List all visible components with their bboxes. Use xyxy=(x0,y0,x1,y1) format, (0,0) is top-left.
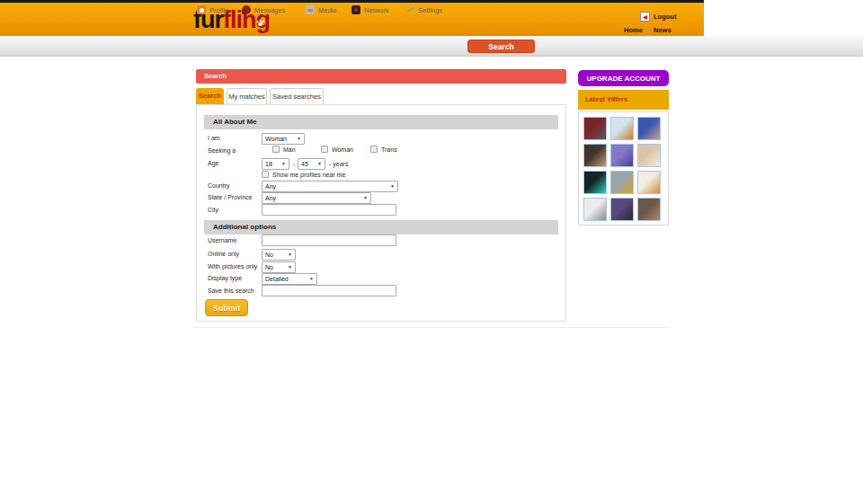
yiffer-avatar-1[interactable] xyxy=(583,117,607,140)
yiffer-avatar-11[interactable] xyxy=(610,198,634,221)
yiffer-avatar-7[interactable] xyxy=(583,171,607,194)
near-me-checkbox[interactable] xyxy=(262,171,269,178)
seeking-man-label: Man xyxy=(283,146,296,153)
seeking-man-option[interactable]: Man xyxy=(272,146,296,153)
i-am-select[interactable]: Woman▼ xyxy=(262,133,305,145)
logout-label: Logout xyxy=(654,13,676,21)
online-only-label: Online only xyxy=(208,251,239,257)
nav-network-label: Network xyxy=(364,6,389,14)
network-icon xyxy=(351,5,360,14)
settings-wrench-icon xyxy=(405,5,414,14)
chevron-down-icon: ▼ xyxy=(297,134,301,144)
page-title-bar: Search xyxy=(196,69,566,84)
news-link[interactable]: News xyxy=(654,26,672,34)
chevron-down-icon: ▼ xyxy=(288,262,292,272)
username-label: Username xyxy=(208,237,236,243)
chevron-down-icon: ▼ xyxy=(288,250,292,260)
latest-yiffers-grid xyxy=(578,111,669,225)
home-link[interactable]: Home xyxy=(624,26,643,34)
i-am-label: I am xyxy=(208,135,220,141)
tab-search[interactable]: Search xyxy=(196,88,224,104)
display-type-value: Detailed xyxy=(265,274,289,284)
media-icon xyxy=(306,5,315,14)
age-to-value: 45 xyxy=(301,159,308,169)
state-value: Any xyxy=(265,193,276,203)
with-pictures-select[interactable]: No▼ xyxy=(262,261,296,273)
with-pictures-value: No xyxy=(265,262,273,272)
display-type-select[interactable]: Detailed▼ xyxy=(262,273,317,285)
chevron-down-icon: ▼ xyxy=(363,193,368,203)
latest-yiffers-header: Latest Yiffers xyxy=(578,90,669,110)
near-me-option[interactable]: Show me profiles near me xyxy=(262,171,345,178)
age-suffix: - years xyxy=(329,161,348,167)
chevron-down-icon: ▼ xyxy=(317,159,322,169)
nav-settings-label: Settings xyxy=(418,6,442,14)
nav-item-network[interactable]: Network xyxy=(351,4,389,16)
seeking-woman-label: Woman xyxy=(332,146,353,153)
country-select[interactable]: Any▼ xyxy=(262,181,398,192)
tab-saved-searches[interactable]: Saved searches xyxy=(270,88,324,104)
chevron-down-icon: ▼ xyxy=(281,159,286,169)
yiffer-avatar-12[interactable] xyxy=(637,198,661,221)
content-bottom-divider xyxy=(194,327,671,328)
nav-item-profile[interactable]: Profile xyxy=(197,4,228,16)
tab-my-matches[interactable]: My matches xyxy=(227,88,267,104)
display-type-label: Display type xyxy=(208,275,242,281)
nav-messages-label: Messages xyxy=(254,6,285,14)
chevron-down-icon: ▼ xyxy=(390,181,395,191)
chevron-down-icon: ▼ xyxy=(309,274,314,284)
paw-icon xyxy=(256,19,264,27)
online-only-value: No xyxy=(265,250,273,260)
logout-icon: ◀ xyxy=(640,12,650,22)
yiffer-avatar-8[interactable] xyxy=(610,171,634,194)
seeking-trans-label: Trans xyxy=(381,146,397,153)
search-form-panel: All About Me I am Woman▼ Seeking a Man W… xyxy=(196,104,566,322)
yiffer-avatar-2[interactable] xyxy=(610,117,634,140)
yiffer-avatar-3[interactable] xyxy=(637,117,661,140)
profile-icon xyxy=(197,5,206,14)
username-input[interactable] xyxy=(262,234,396,246)
nav-media-label: Media xyxy=(318,6,336,14)
state-select[interactable]: Any▼ xyxy=(262,192,371,204)
age-from-select[interactable]: 18▼ xyxy=(262,158,289,170)
messages-icon xyxy=(242,5,251,14)
main-navbar xyxy=(0,36,863,57)
yiffer-avatar-4[interactable] xyxy=(583,144,607,167)
age-separator: - xyxy=(293,161,295,167)
with-pictures-label: With pictures only xyxy=(208,263,257,270)
submit-button[interactable]: Submit xyxy=(205,299,248,316)
i-am-value: Woman xyxy=(265,134,287,144)
nav-search-button[interactable]: Search xyxy=(467,40,535,53)
age-from-value: 18 xyxy=(265,159,272,169)
age-to-select[interactable]: 45▼ xyxy=(298,158,325,170)
seeking-woman-checkbox[interactable] xyxy=(321,146,328,153)
age-label: Age xyxy=(208,160,218,166)
seeking-label: Seeking a xyxy=(208,147,236,154)
yiffer-avatar-9[interactable] xyxy=(637,171,661,194)
yiffer-avatar-6[interactable] xyxy=(637,144,661,167)
upgrade-account-button[interactable]: UPGRADE ACCOUNT xyxy=(578,70,669,86)
city-input[interactable] xyxy=(262,204,396,216)
seeking-trans-option[interactable]: Trans xyxy=(370,146,397,153)
save-search-label: Save this search xyxy=(208,287,254,294)
nav-item-messages[interactable]: Messages xyxy=(242,4,285,16)
yiffer-avatar-5[interactable] xyxy=(610,144,634,167)
yiffer-avatar-10[interactable] xyxy=(583,198,607,221)
section-header-all-about-me: All About Me xyxy=(204,115,558,129)
furfling-search-page: furfling ◀ Logout Home News Profile Mess… xyxy=(0,0,863,504)
online-only-select[interactable]: No▼ xyxy=(262,249,296,261)
near-me-label: Show me profiles near me xyxy=(272,172,345,178)
nav-item-settings[interactable]: Settings xyxy=(405,4,442,16)
state-label: State / Province xyxy=(208,194,252,200)
city-label: City xyxy=(208,207,218,213)
nav-item-media[interactable]: Media xyxy=(306,4,336,16)
logout-link[interactable]: ◀ Logout xyxy=(640,12,676,22)
nav-profile-label: Profile xyxy=(209,6,228,14)
country-value: Any xyxy=(265,181,276,191)
seeking-woman-option[interactable]: Woman xyxy=(321,146,353,153)
seeking-man-checkbox[interactable] xyxy=(272,146,280,153)
country-label: Country xyxy=(208,182,230,189)
section-header-additional-options: Additional options xyxy=(204,220,558,234)
seeking-trans-checkbox[interactable] xyxy=(370,146,378,153)
save-search-input[interactable] xyxy=(262,285,396,296)
